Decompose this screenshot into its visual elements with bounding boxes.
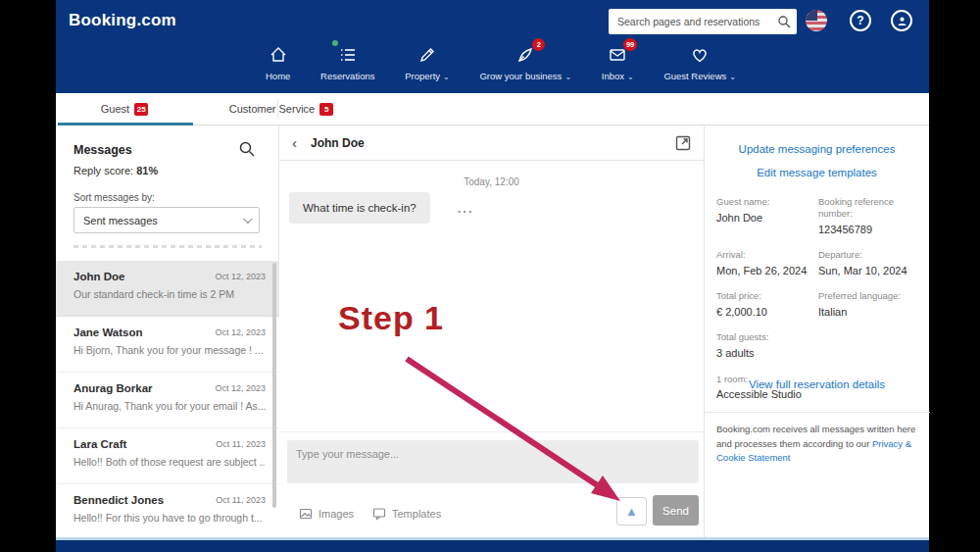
field-guest-name: Guest name:John Doe <box>716 196 818 236</box>
field-total-guests: Total guests:3 adults <box>716 331 818 360</box>
conversation-item-jane-watson[interactable]: Jane Watson Oct 12, 2023 Hi Bjorn, Thank… <box>56 317 279 373</box>
customer-service-count-badge: 5 <box>319 103 333 116</box>
chevron-down-icon: ⌄ <box>564 73 571 81</box>
conversation-preview: Hi Bjorn, Thank you for your message ! .… <box>74 344 266 356</box>
triangle-up-icon: ▲ <box>625 505 638 518</box>
conversation-list: John Doe Oct 12, 2023 Our standard check… <box>56 261 279 540</box>
conversation-date: Oct 11, 2023 <box>216 439 266 449</box>
nav-label: Guest Reviews⌄ <box>663 71 736 81</box>
green-status-dot <box>332 40 338 46</box>
view-full-reservation-details-link[interactable]: View full reservation details <box>705 378 929 390</box>
chevron-down-icon: ⌄ <box>627 73 634 81</box>
conversation-item-anurag-borkar[interactable]: Anurag Borkar Oct 12, 2023 Hi Anurag, Th… <box>56 373 279 428</box>
legal-notice: Booking.com receives all messages writte… <box>705 412 930 466</box>
templates-button[interactable]: Templates <box>372 507 441 521</box>
open-in-new-window-icon[interactable] <box>674 134 692 152</box>
nav-label: Reservations <box>320 71 374 81</box>
conversation-date: Oct 12, 2023 <box>215 272 266 281</box>
reply-score-value: 81% <box>136 165 158 176</box>
images-button[interactable]: Images <box>299 507 354 521</box>
conversation-preview: Our standard check-in time is 2 PM <box>74 288 266 300</box>
chat-header: ‹ John Doe <box>279 125 704 161</box>
message-search-icon[interactable] <box>238 140 256 158</box>
home-icon <box>267 43 290 67</box>
template-icon <box>372 507 386 521</box>
nav-guest-reviews[interactable]: Guest Reviews⌄ <box>663 43 736 81</box>
sort-label: Sort messages by: <box>74 192 155 203</box>
booking-logo[interactable]: Booking.com <box>69 11 176 30</box>
field-booking-reference: Booking reference number:123456789 <box>818 196 918 236</box>
reservation-fields: Guest name:John Doe Booking reference nu… <box>716 196 918 402</box>
nav-badge: 2 <box>532 38 545 51</box>
message-row: What time is check-in? ... <box>289 192 474 224</box>
video-frame: Booking.com ? Home <box>0 0 980 552</box>
bottom-blue-bar <box>56 540 929 552</box>
conversation-date: Oct 12, 2023 <box>215 327 266 337</box>
guest-count-badge: 25 <box>134 103 148 116</box>
conversation-date: Oct 11, 2023 <box>216 495 266 505</box>
tab-label: Customer Service <box>229 103 315 115</box>
conversation-item-lara-craft[interactable]: Lara Craft Oct 11, 2023 Hello!! Both of … <box>56 428 279 484</box>
incoming-message-bubble: What time is check-in? <box>289 192 430 224</box>
expand-send-options-button[interactable]: ▲ <box>616 497 647 526</box>
help-icon[interactable]: ? <box>850 10 871 31</box>
nav-label: Property⌄ <box>405 71 450 81</box>
sort-selected-value: Sent messages <box>83 215 158 226</box>
nav-reservations[interactable]: Reservations <box>320 43 374 81</box>
sidebar-title: Messages <box>74 143 132 157</box>
top-header: Booking.com ? Home <box>56 0 929 93</box>
nav-grow-your-business[interactable]: 2 Grow your business⌄ <box>479 43 571 81</box>
nav-property[interactable]: Property⌄ <box>405 43 450 81</box>
conversation-item-john-doe[interactable]: John Doe Oct 12, 2023 Our standard check… <box>56 261 279 317</box>
rocket-icon: 2 <box>514 43 537 67</box>
booking-extranet-window: Booking.com ? Home <box>56 0 929 552</box>
nav-label: Inbox⌄ <box>602 71 634 81</box>
nav-badge: 99 <box>623 38 637 51</box>
chat-timestamp: Today, 12:00 <box>279 176 704 187</box>
messages-sidebar: Messages Reply score: 81% Sort messages … <box>56 125 279 540</box>
update-messaging-preferences-link[interactable]: Update messaging preferences <box>705 143 929 155</box>
step1-annotation-label: Step 1 <box>338 299 444 337</box>
tab-label: Guest <box>101 103 129 115</box>
field-total-price: Total price:€ 2,000.10 <box>716 290 818 319</box>
edit-message-templates-link[interactable]: Edit message templates <box>705 167 929 178</box>
images-label: Images <box>318 508 354 520</box>
chevron-down-icon: ⌄ <box>443 73 450 81</box>
chevron-down-icon: ⌄ <box>729 73 736 81</box>
conversation-date: Oct 12, 2023 <box>215 383 266 393</box>
nav-label: Home <box>266 71 290 81</box>
main-nav: Home Reservations Property⌄ <box>266 43 736 81</box>
send-button[interactable]: Send <box>653 495 699 526</box>
conversation-preview: Hi Anurag, Thank you for your email ! As… <box>74 400 266 412</box>
sort-dropdown[interactable]: Sent messages <box>74 207 260 233</box>
templates-label: Templates <box>392 508 441 520</box>
conversation-preview: Hello!! For this you have to go through … <box>74 512 266 524</box>
search-input[interactable] <box>617 16 777 27</box>
scrollbar[interactable] <box>272 263 276 508</box>
field-preferred-language: Preferred language:Italian <box>818 290 918 319</box>
conversation-item-bennedict-jones[interactable]: Bennedict Jones Oct 11, 2023 Hello!! For… <box>56 484 279 540</box>
chevron-down-icon <box>243 214 253 224</box>
nav-label: Grow your business⌄ <box>479 71 571 81</box>
nav-inbox[interactable]: 99 Inbox⌄ <box>602 43 634 81</box>
nav-home[interactable]: Home <box>266 43 290 81</box>
pencil-icon <box>416 43 439 67</box>
language-flag-icon[interactable] <box>806 10 827 31</box>
search-icon[interactable] <box>777 15 791 28</box>
partially-scrolled-row <box>74 245 262 248</box>
field-arrival: Arrival:Mon, Feb 26, 2024 <box>716 249 818 277</box>
tab-divider <box>277 99 278 119</box>
message-input[interactable] <box>287 440 699 483</box>
global-search[interactable] <box>609 9 797 34</box>
tab-guest[interactable]: Guest 25 <box>56 93 193 125</box>
conversation-preview: Hello!! Both of those request are subjec… <box>74 456 266 468</box>
back-icon[interactable]: ‹ <box>292 135 297 150</box>
field-departure: Departure:Sun, Mar 10, 2024 <box>818 249 918 277</box>
image-icon <box>299 507 313 521</box>
account-icon[interactable] <box>891 10 912 31</box>
heart-icon <box>688 43 711 67</box>
tab-customer-service[interactable]: Customer Service 5 <box>193 93 369 125</box>
message-options-icon[interactable]: ... <box>458 201 474 216</box>
envelope-icon: 99 <box>606 43 629 67</box>
chat-contact-name: John Doe <box>311 136 365 150</box>
